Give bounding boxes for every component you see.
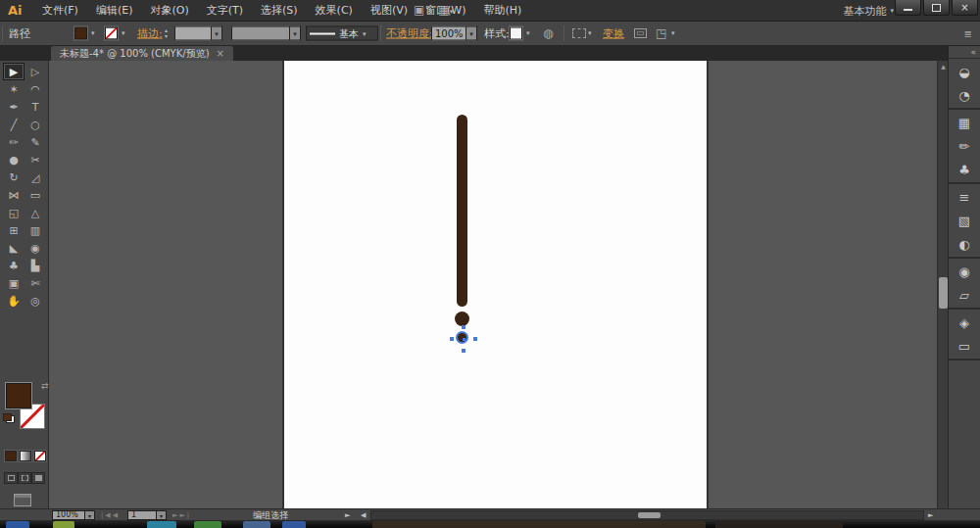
bridge-icon[interactable]: ▣ [414, 3, 424, 17]
stroke-panel-icon[interactable]: ≡ [949, 185, 980, 209]
taskbar-app-4[interactable] [243, 521, 270, 528]
workspace-switcher[interactable]: 基本功能 ▾ [843, 0, 894, 22]
stroke-weight-stepper[interactable]: ▴▾ [165, 27, 168, 39]
artboard-nav-next[interactable]: ►►| [172, 511, 191, 519]
panel-menu-icon[interactable]: ≣ [964, 28, 972, 39]
color-button[interactable] [5, 451, 17, 461]
artboards-panel-icon[interactable]: ▭ [949, 334, 980, 358]
menu-item-6[interactable]: 视图(V) [362, 0, 416, 22]
layers-panel-icon[interactable]: ◈ [949, 311, 980, 334]
draw-inside-button[interactable] [31, 472, 45, 484]
pencil-tool-icon[interactable]: ✎ [24, 133, 46, 151]
taskbar-tray-strip[interactable] [372, 521, 706, 528]
draw-behind-button[interactable] [18, 472, 31, 484]
brush-definition-select[interactable]: 基本 ▾ [306, 26, 378, 41]
pen-tool-icon[interactable]: ✒ [3, 98, 24, 116]
ellipse-tool-icon[interactable]: ○ [24, 116, 46, 133]
style-chevron-icon[interactable]: ▾ [526, 29, 530, 37]
stroke-weight-input[interactable] [174, 26, 212, 41]
scroll-right-icon[interactable]: ► [928, 511, 933, 519]
blob-brush-tool-icon[interactable]: ● [3, 151, 24, 168]
draw-normal-button[interactable] [4, 472, 18, 484]
artboard-dropdown[interactable]: ▾ [157, 510, 167, 520]
vertical-scrollbar[interactable]: ▲ [937, 61, 948, 508]
swatches-panel-icon[interactable]: ▦ [949, 111, 980, 134]
taskbar-app-1[interactable] [53, 521, 74, 528]
opacity-input[interactable]: 100% [431, 26, 466, 41]
vertical-scrollbar-thumb[interactable] [939, 277, 948, 309]
zoom-tool-icon[interactable]: ◎ [24, 292, 46, 310]
magic-wand-tool-icon[interactable]: ✶ [3, 80, 24, 98]
taskbar-app-3[interactable] [194, 521, 221, 528]
zoom-level-input[interactable]: 100% [52, 510, 85, 520]
gradient-button[interactable] [20, 451, 31, 461]
color-guide-panel-icon[interactable]: ◔ [949, 83, 980, 107]
appearance-panel-icon[interactable]: ◉ [949, 260, 980, 283]
zoom-dropdown[interactable]: ▾ [85, 510, 95, 520]
free-transform-tool-icon[interactable]: ▭ [24, 186, 46, 204]
hand-tool-icon[interactable]: ✋ [3, 292, 24, 310]
recolor-artwork-icon[interactable]: ◍ [543, 26, 553, 40]
selected-circle[interactable] [456, 331, 468, 344]
stroke-weight-dropdown[interactable]: ▾ [212, 26, 222, 41]
menu-item-2[interactable]: 对象(O) [141, 0, 197, 22]
artwork-dot[interactable] [455, 312, 469, 326]
default-fill-stroke-icon[interactable] [3, 413, 15, 423]
direct-selection-tool-icon[interactable]: ▷ [24, 63, 46, 80]
fill-indicator[interactable] [5, 382, 32, 409]
swap-fill-stroke-icon[interactable]: ⇄ [41, 381, 49, 391]
horizontal-scrollbar-thumb[interactable] [638, 512, 661, 518]
line-segment-tool-icon[interactable]: ╱ [3, 116, 24, 133]
taskbar-app-2[interactable] [147, 521, 176, 528]
shape-builder-tool-icon[interactable]: ◱ [3, 204, 24, 221]
gradient-tool-icon[interactable]: ▥ [24, 221, 46, 239]
stroke-chevron-icon[interactable]: ▾ [122, 29, 125, 37]
dock-collapse-button[interactable]: « [949, 46, 980, 59]
selection-handle-top[interactable] [462, 325, 466, 329]
transparency-panel-icon[interactable]: ◐ [949, 232, 980, 256]
minimize-button[interactable] [895, 0, 921, 16]
perspective-grid-tool-icon[interactable]: △ [24, 204, 46, 221]
fill-color-swatch[interactable] [74, 27, 87, 40]
style-swatch[interactable] [510, 27, 522, 40]
menu-item-8[interactable]: 帮助(H) [474, 0, 530, 22]
stroke-panel-link[interactable]: 描边: [137, 26, 163, 41]
opacity-link[interactable]: 不透明度: [386, 26, 433, 41]
transform-link[interactable]: 变换 [603, 26, 624, 41]
gradient-panel-icon[interactable]: ▧ [949, 209, 980, 232]
symbols-panel-icon[interactable]: ♣ [949, 158, 980, 181]
scale-tool-icon[interactable]: ◿ [24, 168, 46, 186]
restore-button[interactable] [923, 0, 950, 16]
windows-taskbar[interactable] [0, 520, 980, 528]
color-panel-icon[interactable]: ◒ [949, 60, 980, 83]
workspace-layout-icon[interactable]: ▦▾ [438, 3, 453, 17]
scissors-tool-icon[interactable]: ✂ [24, 151, 46, 168]
canvas[interactable] [49, 61, 937, 508]
taskbar-tray-strip-2[interactable] [715, 521, 843, 528]
selection-handle-right[interactable] [473, 337, 477, 341]
status-expand-icon[interactable]: ► [345, 511, 350, 519]
fill-chevron-icon[interactable]: ▾ [91, 29, 95, 37]
eyedropper-tool-icon[interactable]: ◣ [3, 239, 24, 257]
artboard-tool-icon[interactable]: ▣ [3, 274, 24, 292]
brushes-panel-icon[interactable]: ✏ [949, 134, 980, 158]
type-tool-icon[interactable]: T [24, 98, 46, 116]
align-options-icon[interactable] [572, 28, 586, 38]
opacity-dropdown[interactable]: ▾ [466, 26, 477, 41]
paintbrush-tool-icon[interactable]: ✏ [3, 133, 24, 151]
none-button[interactable] [34, 451, 46, 461]
artboard-nav-prev[interactable]: |◀◀ [101, 511, 120, 519]
variable-width-profile-select[interactable] [231, 26, 290, 41]
width-tool-icon[interactable]: ⋈ [3, 186, 24, 204]
screen-mode-button[interactable] [14, 494, 31, 506]
stroke-color-swatch[interactable] [105, 27, 118, 40]
symbol-sprayer-tool-icon[interactable]: ♣ [3, 257, 24, 274]
scroll-left-icon[interactable]: ◀ [361, 511, 366, 519]
slice-tool-icon[interactable]: ✄ [24, 274, 46, 292]
menu-item-0[interactable]: 文件(F) [33, 0, 87, 22]
menu-item-3[interactable]: 文字(T) [198, 0, 252, 22]
menu-item-4[interactable]: 选择(S) [252, 0, 307, 22]
menu-item-1[interactable]: 编辑(E) [87, 0, 142, 22]
align-chevron-icon[interactable]: ▾ [588, 29, 592, 37]
horizontal-scrollbar[interactable] [370, 510, 924, 520]
